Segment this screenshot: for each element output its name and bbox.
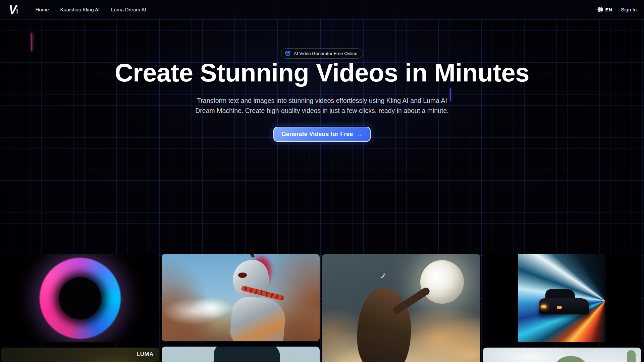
sign-in-button[interactable]: Sign In (621, 7, 637, 12)
video-thumb-hat-figure[interactable] (162, 347, 320, 362)
hero-badge: AI Video Generator Free Online (281, 48, 363, 59)
hat-crown-art (214, 347, 280, 362)
green-figure-art (552, 356, 590, 362)
moon-art (420, 260, 464, 304)
car-roof-art (545, 289, 575, 299)
gallery-column-4 (483, 254, 641, 362)
video-thumb-neon-ring[interactable] (1, 254, 159, 342)
video-thumb-robot-warrior[interactable] (162, 254, 320, 341)
gallery-column-1: LUMA (1, 254, 159, 362)
robot-eye-art (238, 273, 247, 278)
robot-torso-art (229, 295, 287, 341)
hero-badge-label: AI Video Generator Free Online (294, 51, 358, 56)
page: V 1 Home Kuaishou Kling AI Luma Dream AI… (0, 0, 644, 362)
nav-link-home[interactable]: Home (35, 7, 49, 12)
language-selector[interactable]: EN (597, 7, 612, 12)
nav-link-luma-dream-ai[interactable]: Luma Dream AI (111, 7, 146, 12)
car-tunnel-art (518, 254, 606, 342)
navbar-right: EN Sign In (597, 7, 637, 12)
gallery-column-3 (322, 254, 480, 362)
video-thumb-luma-clip[interactable]: LUMA (1, 348, 159, 362)
logo-v: V (9, 3, 16, 16)
page-title: Create Stunning Videos in Minutes (114, 59, 530, 87)
hero-description: Transform text and images into stunning … (193, 96, 451, 116)
luma-watermark: LUMA (137, 351, 154, 358)
nav-links: Home Kuaishou Kling AI Luma Dream AI (35, 7, 146, 12)
neon-ring-art (40, 258, 121, 339)
car-taillight-art (541, 305, 546, 308)
cactus-art (627, 350, 636, 362)
navbar: V 1 Home Kuaishou Kling AI Luma Dream AI… (0, 0, 644, 19)
gallery-column-2 (162, 254, 320, 362)
globe-icon (597, 7, 603, 12)
video-gallery: LUMA (1, 254, 641, 362)
logo[interactable]: V 1 (9, 3, 19, 16)
generate-videos-label: Generate Videos for Free (281, 131, 353, 138)
generate-videos-button[interactable]: Generate Videos for Free → (273, 127, 371, 142)
nav-link-kuaishou-kling-ai[interactable]: Kuaishou Kling AI (60, 7, 100, 12)
crescent-moon-art (374, 268, 387, 280)
video-thumb-desert-scene[interactable] (483, 348, 641, 362)
girl-silhouette-art (357, 288, 411, 362)
language-label: EN (605, 7, 612, 12)
neon-ring-hole (59, 277, 101, 319)
video-thumb-retro-car[interactable] (483, 254, 641, 342)
car-body-art (539, 298, 589, 314)
logo-sub: 1 (15, 8, 18, 15)
hero-section: AI Video Generator Free Online Create St… (0, 19, 644, 142)
arrow-right-icon: → (356, 131, 363, 138)
film-reel-icon (285, 50, 291, 57)
video-thumb-girl-moon[interactable] (322, 254, 480, 362)
